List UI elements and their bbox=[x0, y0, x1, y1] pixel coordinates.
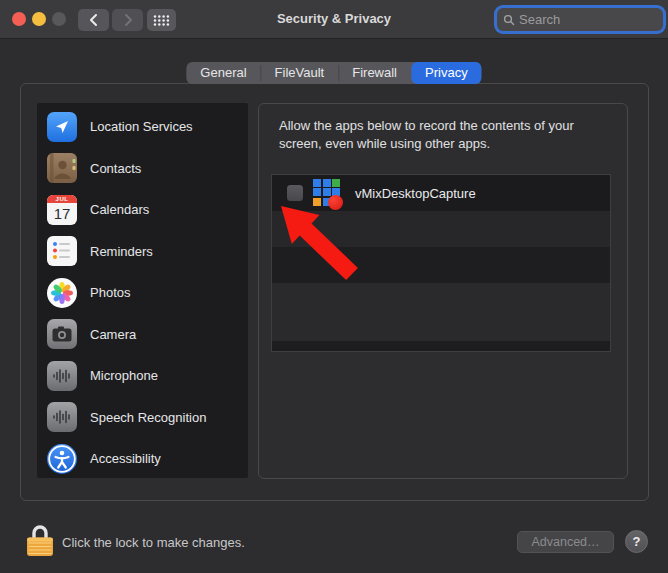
panel-description: Allow the apps below to record the conte… bbox=[279, 117, 619, 154]
allowed-apps-list: vMixDesktopCapture bbox=[271, 174, 611, 352]
sidebar-item-contacts[interactable]: Contacts bbox=[37, 148, 248, 190]
tab-bar: General FileVault Firewall Privacy bbox=[186, 62, 481, 84]
list-row bbox=[272, 247, 610, 283]
zoom-window-button-disabled bbox=[52, 12, 66, 26]
forward-button-disabled bbox=[112, 9, 143, 31]
waveform-icon bbox=[47, 361, 77, 391]
list-row bbox=[272, 283, 610, 341]
vmix-app-icon bbox=[311, 177, 344, 210]
sidebar-item-label: Microphone bbox=[90, 368, 158, 383]
list-row bbox=[272, 211, 610, 247]
privacy-category-sidebar: Location Services Contacts JUL 17 Calend… bbox=[37, 103, 248, 478]
sidebar-item-camera[interactable]: Camera bbox=[37, 314, 248, 356]
back-button[interactable] bbox=[78, 9, 109, 31]
camera-icon bbox=[47, 319, 77, 349]
show-all-preferences-button[interactable] bbox=[147, 9, 176, 31]
calendar-icon: JUL 17 bbox=[47, 195, 77, 225]
grid-icon bbox=[153, 14, 170, 27]
lock-message: Click the lock to make changes. bbox=[62, 535, 245, 550]
app-name-label: vMixDesktopCapture bbox=[355, 186, 476, 201]
close-window-button[interactable] bbox=[12, 12, 26, 26]
sidebar-item-reminders[interactable]: Reminders bbox=[37, 231, 248, 273]
sidebar-item-location-services[interactable]: Location Services bbox=[37, 106, 248, 148]
sidebar-item-photos[interactable]: Photos bbox=[37, 272, 248, 314]
screen-recording-panel: Allow the apps below to record the conte… bbox=[258, 103, 628, 479]
sidebar-item-label: Contacts bbox=[90, 161, 141, 176]
search-input[interactable] bbox=[515, 12, 663, 27]
sidebar-item-label: Calendars bbox=[90, 202, 149, 217]
sidebar-item-accessibility[interactable]: Accessibility bbox=[37, 438, 248, 478]
allow-app-checkbox-unchecked[interactable] bbox=[287, 185, 303, 201]
location-arrow-icon bbox=[47, 112, 77, 142]
help-button[interactable]: ? bbox=[625, 530, 648, 553]
sidebar-item-label: Accessibility bbox=[90, 451, 161, 466]
waveform-icon bbox=[47, 402, 77, 432]
tab-general[interactable]: General bbox=[186, 62, 260, 84]
tab-firewall[interactable]: Firewall bbox=[338, 62, 411, 84]
chevron-left-icon bbox=[87, 13, 101, 27]
sidebar-item-label: Location Services bbox=[90, 119, 193, 134]
search-icon bbox=[503, 14, 515, 26]
app-row-vmixdesktopcapture[interactable]: vMixDesktopCapture bbox=[272, 175, 610, 211]
accessibility-figure-icon bbox=[47, 444, 77, 474]
photos-flower-icon bbox=[47, 278, 77, 308]
vmix-red-dot bbox=[328, 195, 343, 210]
sidebar-item-label: Reminders bbox=[90, 244, 153, 259]
sidebar-item-calendars[interactable]: JUL 17 Calendars bbox=[37, 189, 248, 231]
minimize-window-button[interactable] bbox=[32, 12, 46, 26]
chevron-right-icon bbox=[121, 13, 135, 27]
tab-filevault[interactable]: FileVault bbox=[261, 62, 339, 84]
reminders-list-icon bbox=[47, 236, 77, 266]
calendar-month-label: JUL bbox=[47, 195, 77, 203]
sidebar-item-microphone[interactable]: Microphone bbox=[37, 355, 248, 397]
title-bar: Security & Privacy bbox=[0, 0, 668, 39]
search-field[interactable] bbox=[497, 8, 663, 31]
lock-closed-icon[interactable] bbox=[26, 522, 54, 558]
calendar-day-label: 17 bbox=[47, 203, 77, 224]
tab-privacy[interactable]: Privacy bbox=[411, 62, 482, 84]
advanced-button-disabled: Advanced… bbox=[517, 531, 614, 553]
sidebar-item-label: Photos bbox=[90, 285, 130, 300]
sidebar-item-speech-recognition[interactable]: Speech Recognition bbox=[37, 397, 248, 439]
list-row bbox=[272, 341, 610, 351]
contacts-book-icon bbox=[47, 153, 77, 183]
sidebar-item-label: Camera bbox=[90, 327, 136, 342]
sidebar-item-label: Speech Recognition bbox=[90, 410, 206, 425]
